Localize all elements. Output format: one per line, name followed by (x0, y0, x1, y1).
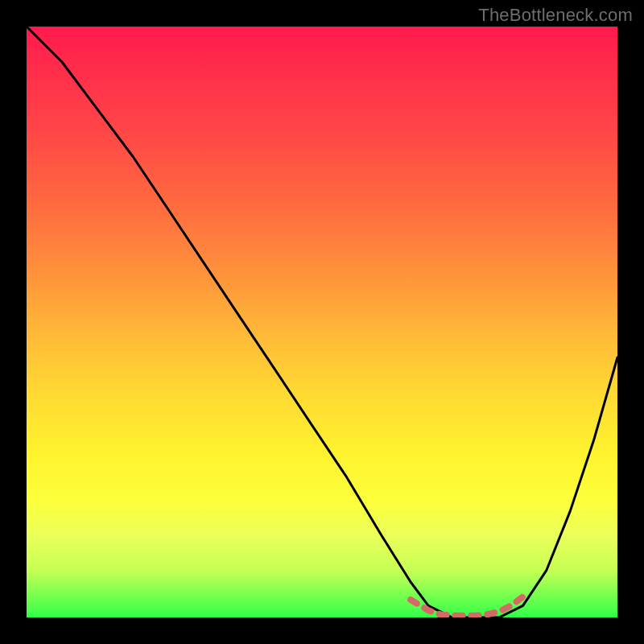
plot-area (27, 27, 617, 617)
watermark-text: TheBottleneck.com (478, 5, 633, 26)
trough-dash (411, 597, 522, 616)
chart-frame: TheBottleneck.com (0, 0, 644, 644)
bottleneck-curve (27, 27, 617, 617)
curve-layer (27, 27, 617, 617)
